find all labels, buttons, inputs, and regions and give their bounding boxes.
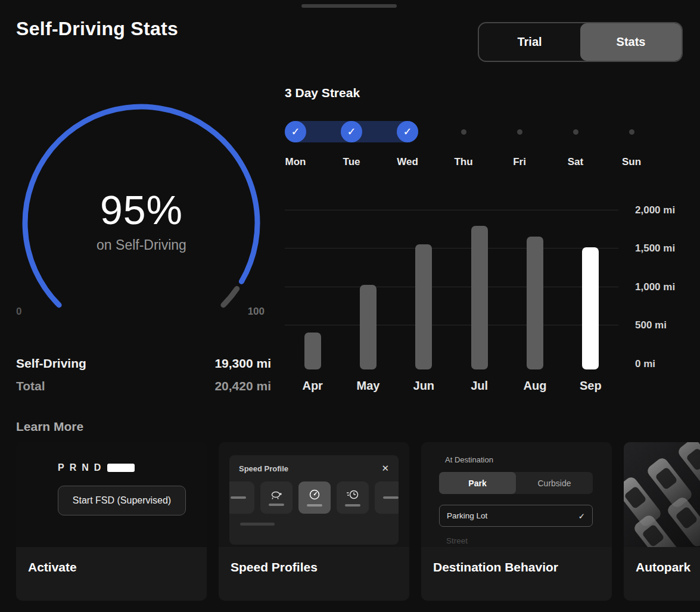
parking-dropdown-mock: Parking Lot ✓ <box>439 505 593 527</box>
mileage-summary: Self-Driving 19,300 mi Total 20,420 mi <box>16 356 271 402</box>
progress-bar <box>240 523 275 526</box>
panel-title: Speed Profile <box>239 464 288 473</box>
destination-option-toggle-mock: Park Curbside <box>439 472 593 494</box>
check-icon: ✓ <box>578 511 585 521</box>
bar-sep <box>582 247 599 369</box>
stat-row-self-driving: Self-Driving 19,300 mi <box>16 356 271 371</box>
day-label: Sun <box>621 156 642 168</box>
y-tick-label: 1,500 mi <box>635 243 675 254</box>
close-icon: ✕ <box>381 463 389 474</box>
profile-tile-chill <box>260 481 293 514</box>
bar-may <box>360 285 377 369</box>
day-indicator-sat: ✓ <box>565 121 586 142</box>
day-labels: Mon Tue Wed Thu Fri Sat Sun <box>285 156 642 168</box>
day-label: Wed <box>397 156 418 168</box>
gauge-value: 95% <box>15 189 268 230</box>
clock-speed-icon <box>346 489 359 501</box>
card-activate[interactable]: PRND Start FSD (Supervised) Activate <box>16 442 207 601</box>
monthly-mileage-chart <box>285 210 618 369</box>
card-destination-behavior[interactable]: At Destination Park Curbside Parking Lot… <box>421 442 612 601</box>
streak-title: 3 Day Streak <box>285 86 360 100</box>
chart-bars <box>285 210 618 369</box>
day-label: Fri <box>509 156 530 168</box>
gauge-arc-remainder <box>223 288 237 305</box>
card-title: Autopark <box>636 560 690 574</box>
card-title: Activate <box>28 560 77 574</box>
speed-profile-tiles <box>229 481 389 514</box>
bar-aug <box>527 237 543 369</box>
turtle-icon <box>270 489 283 500</box>
self-driving-stats-screen: Self-Driving Stats Trial Stats 95% on Se… <box>0 0 700 612</box>
stat-label: Self-Driving <box>16 356 86 371</box>
stat-label: Total <box>16 379 45 393</box>
month-label: Aug <box>507 379 562 393</box>
day-label: Sat <box>565 156 586 168</box>
stat-value: 20,420 mi <box>214 379 271 393</box>
gear-display-pill <box>107 464 135 472</box>
gear-letters: PRND <box>58 462 106 473</box>
y-tick-label: 0 mi <box>635 358 655 370</box>
month-label: Apr <box>285 379 340 393</box>
check-icon: ✓ <box>347 126 356 137</box>
x-axis-labels: Apr May Jun Jul Aug Sep <box>285 379 618 393</box>
day-indicator-fri: ✓ <box>509 121 530 142</box>
bar-jul <box>471 226 488 369</box>
day-label: Tue <box>341 156 362 168</box>
card-thumbnail: PRND Start FSD (Supervised) <box>16 442 207 547</box>
month-label: Jun <box>396 379 452 393</box>
y-tick-label: 1,000 mi <box>635 281 675 293</box>
sheet-drag-handle[interactable] <box>301 4 397 8</box>
speed-profile-panel-mock: Speed Profile ✕ <box>229 455 399 545</box>
day-indicator-thu: ✓ <box>453 121 474 142</box>
gauge-sublabel: on Self-Driving <box>15 237 268 253</box>
card-speed-profiles[interactable]: Speed Profile ✕ <box>219 442 409 601</box>
y-tick-label: 500 mi <box>635 319 667 331</box>
bar-jun <box>415 244 432 369</box>
y-tick-label: 2,000 mi <box>635 204 675 216</box>
gauge-min-label: 0 <box>16 306 21 318</box>
card-autopark[interactable]: Autopark <box>624 442 700 601</box>
page-title: Self-Driving Stats <box>16 18 178 40</box>
profile-tile-standard <box>298 481 331 514</box>
profile-tile-hurry <box>337 481 369 514</box>
day-label: Thu <box>453 156 474 168</box>
profile-tile <box>229 481 254 514</box>
day-indicator-sun: ✓ <box>621 121 642 142</box>
card-thumbnail: Speed Profile ✕ <box>219 442 409 547</box>
day-label: Mon <box>285 156 306 168</box>
stat-value: 19,300 mi <box>214 356 271 371</box>
bar-apr <box>304 333 321 369</box>
streak-days: ✓ ✓ ✓ ✓ ✓ ✓ ✓ <box>285 121 642 142</box>
option-park: Park <box>439 472 516 494</box>
gauge-max-label: 100 <box>248 306 265 318</box>
day-indicator-mon: ✓ <box>285 121 306 142</box>
card-thumbnail: At Destination Park Curbside Parking Lot… <box>421 442 612 547</box>
card-thumbnail <box>624 442 700 547</box>
month-label: Sep <box>563 379 618 393</box>
speedometer-icon <box>309 489 321 501</box>
learn-more-title: Learn More <box>16 420 83 434</box>
stat-row-total: Total 20,420 mi <box>16 379 271 393</box>
day-indicator-wed: ✓ <box>397 121 418 142</box>
gear-selector-mock: PRND <box>58 462 135 473</box>
month-label: May <box>340 379 396 393</box>
tab-trial[interactable]: Trial <box>479 23 580 61</box>
secondary-option: Street <box>446 536 468 545</box>
dropdown-value: Parking Lot <box>447 511 487 520</box>
card-title: Destination Behavior <box>433 560 558 574</box>
tab-stats[interactable]: Stats <box>580 23 682 61</box>
option-curbside: Curbside <box>516 472 593 494</box>
profile-tile <box>375 481 399 514</box>
view-toggle: Trial Stats <box>478 22 683 62</box>
month-label: Jul <box>452 379 507 393</box>
card-title: Speed Profiles <box>231 560 318 574</box>
fsd-start-button-mock: Start FSD (Supervised) <box>58 486 186 515</box>
panel-title: At Destination <box>445 455 493 464</box>
learn-more-cards: PRND Start FSD (Supervised) Activate Spe… <box>16 442 700 601</box>
day-indicator-tue: ✓ <box>341 121 362 142</box>
check-icon: ✓ <box>403 126 412 137</box>
check-icon: ✓ <box>291 126 300 137</box>
self-driving-gauge: 95% on Self-Driving 0 100 <box>15 102 268 318</box>
